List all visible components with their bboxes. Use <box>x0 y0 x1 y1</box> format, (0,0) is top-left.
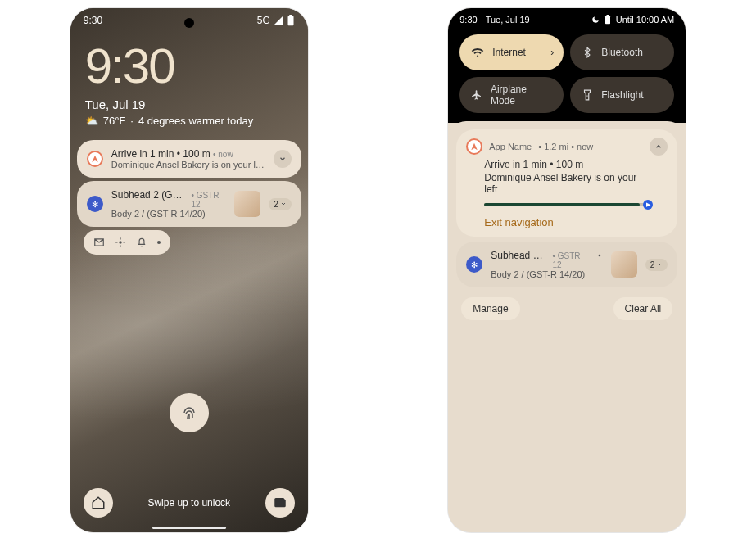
notif-title: Subhead 2… <box>491 250 547 261</box>
weather-icon: ⛅ <box>85 115 98 127</box>
more-dot-icon <box>157 241 161 244</box>
quick-settings-grid: Internet › Bluetooth Airplane Mode Flash… <box>459 34 674 113</box>
gesture-nav-bar[interactable] <box>152 527 226 529</box>
network-label: 5G <box>257 15 270 26</box>
chevron-right-icon: › <box>550 47 554 58</box>
chevron-down-icon <box>278 155 287 163</box>
status-time: 9:30 <box>84 15 102 26</box>
weather-temp: 76°F <box>103 115 126 127</box>
status-date: Tue, Jul 19 <box>486 15 530 25</box>
notif-title: Arrive in 1 min • 100 m <box>484 159 650 170</box>
dnd-until-label: Until 10:00 AM <box>616 15 675 25</box>
svg-point-7 <box>598 255 600 257</box>
generic-app-icon: ✻ <box>87 196 103 212</box>
qs-tile-bluetooth[interactable]: Bluetooth <box>570 34 674 70</box>
chevron-up-icon <box>654 142 663 151</box>
generic-app-icon: ✻ <box>466 256 482 273</box>
shade-actions-row: Manage Clear All <box>456 291 677 327</box>
notification-icon-tray[interactable] <box>84 230 170 255</box>
wallet-button[interactable] <box>265 488 295 518</box>
manage-button[interactable]: Manage <box>461 297 519 320</box>
app-name-label: App Name <box>489 142 532 151</box>
bluetooth-icon <box>582 47 593 58</box>
svg-rect-1 <box>289 15 292 16</box>
battery-icon <box>604 15 611 25</box>
expand-button[interactable] <box>274 150 292 168</box>
clear-all-button[interactable]: Clear All <box>613 297 673 320</box>
notif-meta: • 1.2 mi • now <box>538 142 593 151</box>
collapse-button[interactable] <box>650 138 668 156</box>
chevron-down-icon <box>280 201 287 207</box>
unlock-hint: Swipe up to unlock <box>147 497 230 509</box>
gmail-icon <box>93 237 105 248</box>
fingerprint-icon <box>179 403 199 423</box>
notification-list: App Name • 1.2 mi • now Arrive in 1 min … <box>448 121 686 532</box>
clock-area: 9:30 Tue, Jul 19 ⛅ 76°F · 4 degrees warm… <box>70 29 308 132</box>
chevron-down-icon <box>656 261 663 268</box>
lockscreen-date: Tue, Jul 19 <box>85 97 293 111</box>
notif-subtitle: Body 2 / (GST-R 14/20) <box>111 209 226 219</box>
notif-title: Subhead 2 (GST-… <box>111 189 188 201</box>
group-count-badge[interactable]: 2 <box>645 259 668 271</box>
notification-thumbnail <box>234 191 260 217</box>
weather-delta: 4 degrees warmer today <box>138 115 253 127</box>
battery-icon <box>287 15 295 26</box>
group-count-badge[interactable]: 2 <box>269 198 292 210</box>
lockscreen-clock: 9:30 <box>85 38 293 94</box>
shade-status-bar: 9:30 Tue, Jul 19 Until 10:00 AM <box>459 15 674 25</box>
svg-rect-4 <box>274 498 284 500</box>
qs-label: Airplane Mode <box>491 84 552 106</box>
progress-fill <box>484 203 640 206</box>
wifi-icon <box>471 46 484 59</box>
notif-meta: • GSTR 12 <box>192 191 227 209</box>
qs-tile-flashlight[interactable]: Flashlight <box>570 77 674 113</box>
wallet-icon <box>273 495 287 510</box>
qs-tile-internet[interactable]: Internet › <box>459 34 564 70</box>
navigation-progress-bar: ▶ <box>484 203 650 206</box>
notif-meta: • now <box>213 150 233 159</box>
smart-home-button[interactable] <box>84 488 113 518</box>
notification-shade-phone: 9:30 Tue, Jul 19 Until 10:00 AM Internet… <box>448 8 686 532</box>
status-time: 9:30 <box>459 15 477 25</box>
photos-icon <box>115 237 126 248</box>
pinned-icon <box>596 252 603 259</box>
signal-icon <box>274 16 283 25</box>
dnd-moon-icon <box>591 16 600 24</box>
weather-line[interactable]: ⛅ 76°F · 4 degrees warmer today <box>85 115 293 127</box>
collapsed-notification-generic[interactable]: ✻ Subhead 2… • GSTR 12 Body 2 / (GST-R 1… <box>456 242 677 287</box>
status-bar: 9:30 5G <box>70 8 308 29</box>
quick-settings-panel: 9:30 Tue, Jul 19 Until 10:00 AM Internet… <box>448 8 686 123</box>
qs-label: Bluetooth <box>601 47 643 58</box>
notif-meta: • GSTR 12 <box>552 251 591 269</box>
home-icon <box>91 495 106 510</box>
svg-rect-6 <box>606 15 609 16</box>
lockscreen-phone: 9:30 5G 9:30 Tue, Jul 19 ⛅ 76°F · 4 degr… <box>70 8 308 532</box>
notif-title: Arrive in 1 min • 100 m <box>111 148 211 160</box>
notification-stack: Arrive in 1 min • 100 m • now Dominique … <box>70 132 308 263</box>
notif-subtitle: Dominique Ansel Bakery is on your left <box>111 160 265 170</box>
flashlight-icon <box>582 89 593 101</box>
svg-point-2 <box>119 241 122 244</box>
notif-subtitle: Body 2 / (GST-R 14/20) <box>491 269 602 279</box>
qs-tile-airplane[interactable]: Airplane Mode <box>459 77 564 113</box>
svg-rect-5 <box>605 16 610 25</box>
progress-indicator-icon: ▶ <box>643 200 653 210</box>
expanded-notification-navigation[interactable]: App Name • 1.2 mi • now Arrive in 1 min … <box>456 129 677 237</box>
airplane-icon <box>471 89 482 101</box>
notification-thumbnail <box>611 251 637 278</box>
navigation-app-icon <box>466 138 482 155</box>
bell-icon <box>136 237 147 248</box>
exit-navigation-button[interactable]: Exit navigation <box>484 216 650 228</box>
qs-label: Internet <box>492 47 526 58</box>
navigation-app-icon <box>87 151 103 167</box>
notification-card-generic[interactable]: ✻ Subhead 2 (GST-… • GSTR 12 Body 2 / (G… <box>77 181 301 227</box>
svg-rect-0 <box>287 16 293 25</box>
qs-label: Flashlight <box>601 89 643 101</box>
notification-card-navigation[interactable]: Arrive in 1 min • 100 m • now Dominique … <box>77 140 301 178</box>
lockscreen-bottom-row: Swipe up to unlock <box>70 488 308 518</box>
notif-subtitle: Dominique Ansel Bakery is on your left <box>484 172 650 195</box>
fingerprint-button[interactable] <box>170 393 209 432</box>
